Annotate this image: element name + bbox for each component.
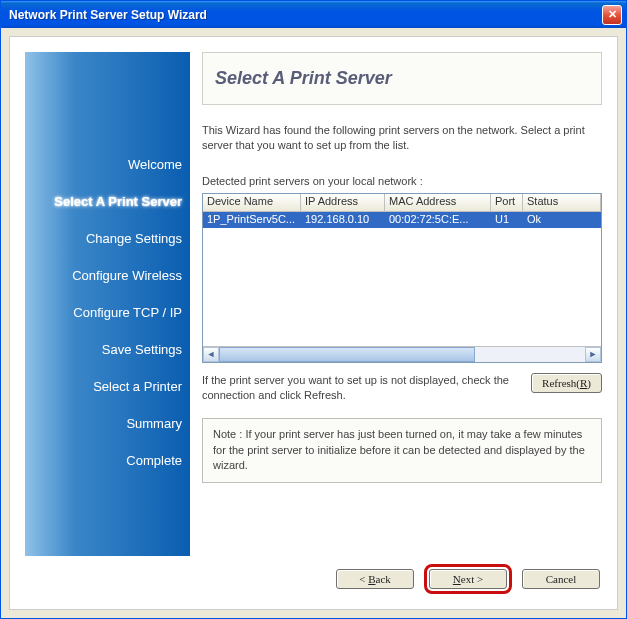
table-body: 1P_PrintServ5C... 192.168.0.10 00:02:72:… xyxy=(203,212,601,346)
refresh-button[interactable]: Refresh(R) xyxy=(531,373,602,393)
back-button[interactable]: < Back xyxy=(336,569,414,589)
chevron-left-icon: ◄ xyxy=(207,349,216,359)
sidebar-item-change-settings[interactable]: Change Settings xyxy=(86,231,182,246)
sidebar-item-save-settings[interactable]: Save Settings xyxy=(102,342,182,357)
cancel-button[interactable]: Cancel xyxy=(522,569,600,589)
intro-text: This Wizard has found the following prin… xyxy=(202,123,602,153)
sidebar-item-configure-wireless[interactable]: Configure Wireless xyxy=(72,268,182,283)
chevron-right-icon: ► xyxy=(589,349,598,359)
cell-status: Ok xyxy=(523,212,601,228)
detected-label: Detected print servers on your local net… xyxy=(202,175,602,187)
col-ip-address[interactable]: IP Address xyxy=(301,194,385,211)
scroll-left-button[interactable]: ◄ xyxy=(203,347,219,362)
sidebar-item-select-print-server[interactable]: Select A Print Server xyxy=(54,194,182,209)
col-status[interactable]: Status xyxy=(523,194,601,211)
heading-box: Select A Print Server xyxy=(202,52,602,105)
col-device-name[interactable]: Device Name xyxy=(203,194,301,211)
next-button-highlight: Next > xyxy=(424,564,512,594)
note-box: Note : If your print server has just bee… xyxy=(202,418,602,482)
horizontal-scrollbar[interactable]: ◄ ► xyxy=(203,346,601,362)
print-server-table[interactable]: Device Name IP Address MAC Address Port … xyxy=(202,193,602,363)
app-window: Network Print Server Setup Wizard ✕ Welc… xyxy=(0,0,627,619)
cell-mac: 00:02:72:5C:E... xyxy=(385,212,491,228)
close-icon: ✕ xyxy=(608,8,617,21)
sidebar-item-summary[interactable]: Summary xyxy=(126,416,182,431)
scroll-thumb[interactable] xyxy=(219,347,475,362)
content-row: Welcome Select A Print Server Change Set… xyxy=(25,52,602,556)
next-button[interactable]: Next > xyxy=(429,569,507,589)
table-header: Device Name IP Address MAC Address Port … xyxy=(203,194,601,212)
close-button[interactable]: ✕ xyxy=(602,5,622,25)
cell-ip: 192.168.0.10 xyxy=(301,212,385,228)
scroll-right-button[interactable]: ► xyxy=(585,347,601,362)
table-row[interactable]: 1P_PrintServ5C... 192.168.0.10 00:02:72:… xyxy=(203,212,601,228)
wizard-sidebar: Welcome Select A Print Server Change Set… xyxy=(25,52,190,556)
page-title: Select A Print Server xyxy=(215,68,589,89)
scroll-track[interactable] xyxy=(219,347,585,362)
col-mac-address[interactable]: MAC Address xyxy=(385,194,491,211)
col-port[interactable]: Port xyxy=(491,194,523,211)
cell-port: U1 xyxy=(491,212,523,228)
refresh-help-text: If the print server you want to set up i… xyxy=(202,373,521,403)
window-body: Welcome Select A Print Server Change Set… xyxy=(9,36,618,610)
sidebar-item-complete[interactable]: Complete xyxy=(126,453,182,468)
window-title: Network Print Server Setup Wizard xyxy=(9,8,602,22)
cell-device: 1P_PrintServ5C... xyxy=(203,212,301,228)
sidebar-item-select-printer[interactable]: Select a Printer xyxy=(93,379,182,394)
sidebar-item-configure-tcpip[interactable]: Configure TCP / IP xyxy=(73,305,182,320)
main-panel: Select A Print Server This Wizard has fo… xyxy=(202,52,602,556)
refresh-row: If the print server you want to set up i… xyxy=(202,373,602,403)
wizard-footer: < Back Next > Cancel xyxy=(25,556,602,594)
sidebar-item-welcome[interactable]: Welcome xyxy=(128,157,182,172)
titlebar[interactable]: Network Print Server Setup Wizard ✕ xyxy=(1,1,626,28)
